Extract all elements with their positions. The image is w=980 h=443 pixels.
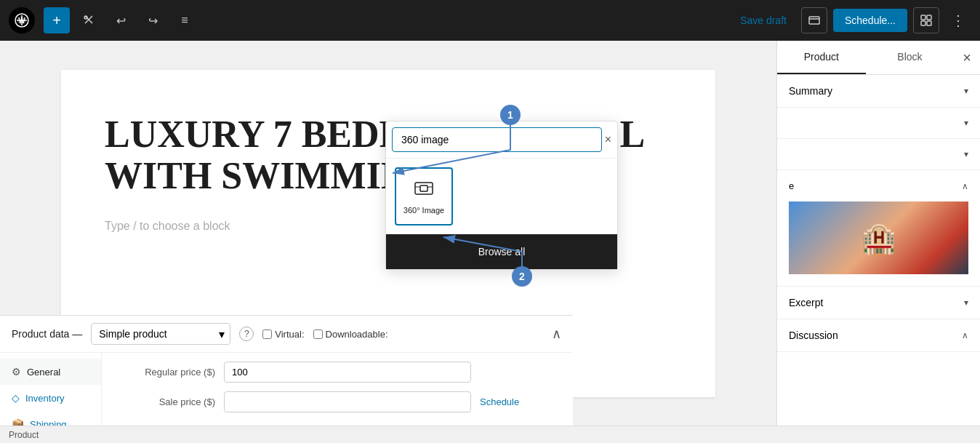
top-toolbar: W + ↩ ↪ ≡ Save draft Schedule... ⋮ — [0, 0, 980, 41]
sale-price-input[interactable] — [224, 391, 471, 412]
browse-all-button[interactable]: Browse all — [386, 234, 617, 269]
tools-button[interactable] — [76, 7, 102, 33]
excerpt-header[interactable]: Excerpt ▾ — [777, 287, 980, 319]
discussion-header[interactable]: Discussion ∧ — [777, 319, 980, 351]
svg-rect-6 — [927, 15, 931, 20]
redo-button[interactable]: ↪ — [140, 7, 166, 33]
close-sidebar-button[interactable]: × — [954, 41, 980, 74]
svg-rect-10 — [420, 185, 427, 191]
svg-rect-7 — [921, 21, 925, 25]
sidebar-section-product-image: e ∧ — [777, 170, 980, 287]
downloadable-checkbox[interactable] — [313, 330, 323, 339]
sidebar-item-inventory[interactable]: ◇ Inventory — [0, 385, 101, 411]
tab-product[interactable]: Product — [777, 41, 866, 74]
product-image-body — [777, 201, 980, 286]
svg-rect-8 — [927, 21, 931, 25]
section3-header[interactable]: ▾ — [777, 139, 980, 169]
svg-rect-9 — [415, 183, 433, 194]
virtual-checkbox[interactable] — [262, 330, 272, 339]
annotation-1: 1 — [500, 105, 521, 125]
save-draft-button[interactable]: Save draft — [731, 10, 795, 31]
sale-price-row: Sale price ($) Schedule — [113, 391, 561, 412]
discussion-label: Discussion — [789, 330, 838, 341]
inventory-label: Inventory — [25, 393, 64, 404]
sale-price-label: Sale price ($) — [113, 396, 215, 407]
wp-logo: W — [9, 7, 35, 33]
block-inserter-popup: 360 image × 360° Image Browse — [385, 121, 618, 270]
more-options-button[interactable]: ⋮ — [945, 7, 971, 33]
section2-header[interactable]: ▾ — [777, 108, 980, 138]
general-label: General — [27, 367, 60, 378]
regular-price-label: Regular price ($) — [113, 367, 215, 378]
general-icon: ⚙ — [12, 366, 21, 378]
svg-rect-5 — [921, 15, 925, 20]
product-image-chevron: ∧ — [962, 181, 968, 191]
preview-button[interactable] — [801, 7, 827, 33]
editor-area: LUXURY 7 BEDROOM HOTEL WITH SWIMMING POO… — [0, 41, 776, 443]
excerpt-chevron: ▾ — [964, 298, 968, 308]
bottom-bar-label: Product — [9, 430, 39, 440]
sidebar-section-summary: Summary ▾ — [777, 75, 980, 108]
undo-button[interactable]: ↩ — [108, 7, 134, 33]
sidebar-tabs: Product Block × — [777, 41, 980, 75]
summary-label: Summary — [789, 85, 832, 97]
360-image-block-item[interactable]: 360° Image — [395, 167, 453, 226]
regular-price-input[interactable] — [224, 362, 471, 383]
svg-rect-3 — [809, 17, 819, 24]
downloadable-checkbox-label: Downloadable: — [313, 329, 388, 340]
main-layout: LUXURY 7 BEDROOM HOTEL WITH SWIMMING POO… — [0, 41, 980, 443]
collapse-panel-button[interactable]: ∧ — [552, 326, 561, 342]
product-data-panel: Product data — Simple product Grouped pr… — [0, 315, 573, 443]
product-data-label: Product data — — [12, 328, 82, 340]
settings-button[interactable] — [913, 7, 939, 33]
section3-chevron: ▾ — [964, 149, 968, 159]
block-item-label: 360° Image — [403, 206, 444, 215]
sidebar-section-discussion: Discussion ∧ — [777, 319, 980, 352]
block-results: 360° Image — [386, 159, 617, 234]
search-clear-button[interactable]: × — [605, 133, 611, 146]
summary-chevron: ▾ — [964, 86, 968, 96]
sidebar-section-3: ▾ — [777, 139, 980, 170]
schedule-link[interactable]: Schedule — [480, 396, 519, 407]
product-image-label: e — [789, 180, 794, 191]
right-sidebar: Product Block × Summary ▾ ▾ ▾ — [776, 41, 980, 443]
product-data-header: Product data — Simple product Grouped pr… — [0, 316, 573, 353]
product-type-select-wrapper: Simple product Grouped product External/… — [91, 323, 230, 345]
help-icon[interactable]: ? — [239, 327, 254, 341]
regular-price-row: Regular price ($) — [113, 362, 561, 383]
annotation-2: 2 — [512, 266, 532, 287]
sidebar-section-2: ▾ — [777, 108, 980, 139]
discussion-chevron: ∧ — [962, 330, 968, 340]
section2-chevron: ▾ — [964, 118, 968, 128]
product-image-header[interactable]: e ∧ — [777, 170, 980, 201]
product-type-select[interactable]: Simple product Grouped product External/… — [91, 323, 230, 345]
360-image-icon — [414, 178, 434, 203]
bottom-bar: Product — [0, 426, 980, 443]
search-box: 360 image × — [386, 121, 617, 159]
summary-section-header[interactable]: Summary ▾ — [777, 75, 980, 107]
product-image[interactable] — [789, 201, 968, 274]
schedule-button[interactable]: Schedule... — [833, 9, 907, 32]
sidebar-item-general[interactable]: ⚙ General — [0, 359, 101, 385]
add-block-toolbar-button[interactable]: + — [44, 7, 70, 33]
svg-text:W: W — [18, 17, 25, 25]
block-search-input[interactable]: 360 image — [392, 127, 602, 152]
excerpt-label: Excerpt — [789, 297, 823, 308]
tab-block[interactable]: Block — [866, 41, 955, 74]
tools-list-button[interactable]: ≡ — [172, 7, 198, 33]
sidebar-section-excerpt: Excerpt ▾ — [777, 287, 980, 319]
inventory-icon: ◇ — [12, 392, 20, 404]
virtual-checkbox-label: Virtual: — [262, 329, 304, 340]
